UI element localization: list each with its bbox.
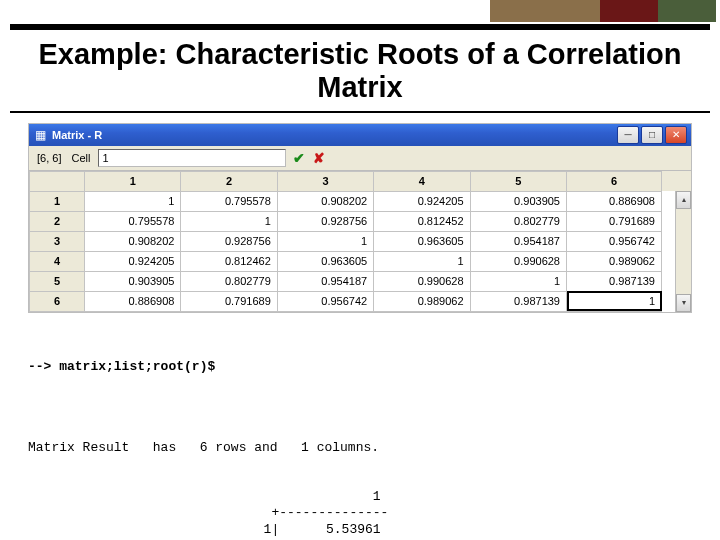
app-icon: ▦ — [33, 128, 47, 142]
matrix-cell[interactable]: 0.795578 — [181, 191, 277, 211]
grid-corner — [30, 171, 85, 191]
scroll-down-button[interactable]: ▾ — [676, 294, 691, 312]
title-underline — [10, 111, 710, 113]
matrix-cell[interactable]: 0.886908 — [567, 191, 662, 211]
minimize-button[interactable]: ─ — [617, 126, 639, 144]
matrix-cell[interactable]: 1 — [85, 191, 181, 211]
matrix-cell[interactable]: 0.954187 — [277, 271, 373, 291]
matrix-cell[interactable]: 1 — [277, 231, 373, 251]
matrix-cell[interactable]: 0.908202 — [85, 231, 181, 251]
matrix-cell[interactable]: 0.812462 — [181, 251, 277, 271]
slide-title: Example: Characteristic Roots of a Corre… — [20, 38, 700, 105]
console-output: --> matrix;list;root(r)$ Matrix Result h… — [28, 327, 692, 540]
matrix-cell[interactable]: 0.812452 — [374, 211, 470, 231]
console-message: Matrix Result has 6 rows and 1 columns. — [28, 440, 692, 456]
matrix-cell[interactable]: 0.802779 — [181, 271, 277, 291]
matrix-cell[interactable]: 0.990628 — [470, 251, 566, 271]
matrix-cell[interactable]: 0.990628 — [374, 271, 470, 291]
accent-seg-3 — [658, 0, 716, 22]
matrix-cell[interactable]: 0.924205 — [374, 191, 470, 211]
matrix-cell[interactable]: 0.987139 — [470, 291, 566, 311]
matrix-cell[interactable]: 0.886908 — [85, 291, 181, 311]
col-header[interactable]: 4 — [374, 171, 470, 191]
matrix-cell[interactable]: 0.989062 — [567, 251, 662, 271]
col-header[interactable]: 6 — [567, 171, 662, 191]
matrix-cell[interactable]: 0.956742 — [277, 291, 373, 311]
matrix-cell[interactable]: 0.954187 — [470, 231, 566, 251]
accept-icon[interactable]: ✔ — [292, 151, 306, 165]
cell-value-input[interactable] — [98, 149, 286, 167]
matrix-cell[interactable]: 0.928756 — [181, 231, 277, 251]
matrix-cell[interactable]: 0.963605 — [374, 231, 470, 251]
matrix-cell[interactable]: 0.791689 — [181, 291, 277, 311]
close-button[interactable]: ✕ — [665, 126, 687, 144]
reject-icon[interactable]: ✘ — [312, 151, 326, 165]
matrix-window: ▦ Matrix - R ─ □ ✕ [6, 6] Cell ✔ ✘ 12345… — [28, 123, 692, 313]
matrix-dim-label: [6, 6] — [35, 152, 63, 164]
matrix-cell[interactable]: 0.795578 — [85, 211, 181, 231]
matrix-cell[interactable]: 0.928756 — [277, 211, 373, 231]
vertical-scrollbar[interactable]: ▴ ▾ — [675, 191, 691, 312]
col-header[interactable]: 3 — [277, 171, 373, 191]
matrix-cell[interactable]: 0.956742 — [567, 231, 662, 251]
window-caption: Matrix - R — [52, 129, 617, 141]
row-header[interactable]: 6 — [30, 291, 85, 311]
matrix-cell[interactable]: 1 — [374, 251, 470, 271]
matrix-cell[interactable]: 0.903905 — [85, 271, 181, 291]
scroll-up-button[interactable]: ▴ — [676, 191, 691, 209]
accent-seg-1 — [490, 0, 600, 22]
row-header[interactable]: 2 — [30, 211, 85, 231]
col-header[interactable]: 2 — [181, 171, 277, 191]
matrix-cell[interactable]: 1 — [470, 271, 566, 291]
console-result-table: 1 +-------------- 1| 5.53961 2| .29845 3… — [248, 489, 692, 540]
matrix-cell[interactable]: 1 — [567, 291, 662, 311]
row-header[interactable]: 1 — [30, 191, 85, 211]
matrix-cell[interactable]: 1 — [181, 211, 277, 231]
matrix-cell[interactable]: 0.989062 — [374, 291, 470, 311]
window-titlebar[interactable]: ▦ Matrix - R ─ □ ✕ — [29, 124, 691, 146]
console-command: --> matrix;list;root(r)$ — [28, 359, 692, 375]
matrix-cell[interactable]: 0.908202 — [277, 191, 373, 211]
cell-label: Cell — [69, 152, 92, 164]
row-header[interactable]: 3 — [30, 231, 85, 251]
col-header[interactable]: 1 — [85, 171, 181, 191]
matrix-grid[interactable]: 123456110.7955780.9082020.9242050.903905… — [29, 171, 691, 312]
maximize-button[interactable]: □ — [641, 126, 663, 144]
row-header[interactable]: 5 — [30, 271, 85, 291]
matrix-cell[interactable]: 0.963605 — [277, 251, 373, 271]
matrix-cell[interactable]: 0.924205 — [85, 251, 181, 271]
matrix-cell[interactable]: 0.903905 — [470, 191, 566, 211]
toolbar: [6, 6] Cell ✔ ✘ — [29, 146, 691, 171]
slide-accent-bar — [0, 0, 720, 22]
col-header[interactable]: 5 — [470, 171, 566, 191]
matrix-cell[interactable]: 0.987139 — [567, 271, 662, 291]
row-header[interactable]: 4 — [30, 251, 85, 271]
matrix-cell[interactable]: 0.802779 — [470, 211, 566, 231]
top-rule — [10, 24, 710, 30]
matrix-cell[interactable]: 0.791689 — [567, 211, 662, 231]
accent-seg-2 — [600, 0, 658, 22]
